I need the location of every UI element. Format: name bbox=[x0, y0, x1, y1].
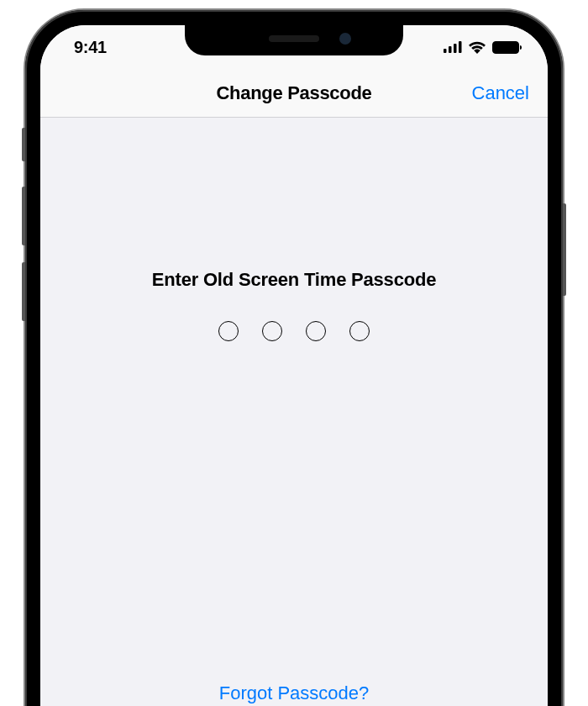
cellular-signal-icon bbox=[444, 41, 462, 53]
screen: 9:41 bbox=[40, 25, 548, 706]
front-camera bbox=[339, 33, 351, 45]
nav-bar: Change Passcode Cancel bbox=[40, 69, 548, 118]
passcode-dot bbox=[349, 321, 370, 341]
status-time: 9:41 bbox=[74, 38, 107, 57]
passcode-prompt: Enter Old Screen Time Passcode bbox=[152, 269, 436, 291]
device-notch bbox=[185, 22, 403, 55]
svg-rect-3 bbox=[459, 41, 462, 53]
content-area: Enter Old Screen Time Passcode Forgot Pa… bbox=[40, 118, 548, 706]
speaker bbox=[269, 35, 319, 42]
wifi-icon bbox=[468, 40, 486, 54]
nav-title: Change Passcode bbox=[216, 82, 371, 104]
passcode-dot bbox=[306, 321, 326, 341]
device-bezel: 9:41 bbox=[37, 22, 551, 706]
passcode-dot bbox=[262, 321, 282, 341]
volume-down-button bbox=[22, 262, 25, 321]
passcode-dot bbox=[218, 321, 239, 341]
svg-rect-1 bbox=[449, 46, 452, 53]
cancel-button[interactable]: Cancel bbox=[472, 82, 529, 104]
svg-rect-2 bbox=[454, 44, 457, 53]
power-button bbox=[563, 203, 566, 296]
svg-rect-0 bbox=[444, 49, 447, 53]
device-frame: 9:41 bbox=[25, 10, 563, 706]
forgot-passcode-link[interactable]: Forgot Passcode? bbox=[219, 682, 370, 704]
status-icons bbox=[444, 40, 519, 54]
battery-icon bbox=[492, 41, 519, 54]
mute-switch bbox=[22, 128, 25, 161]
volume-up-button bbox=[22, 187, 25, 245]
passcode-input[interactable] bbox=[218, 321, 370, 341]
